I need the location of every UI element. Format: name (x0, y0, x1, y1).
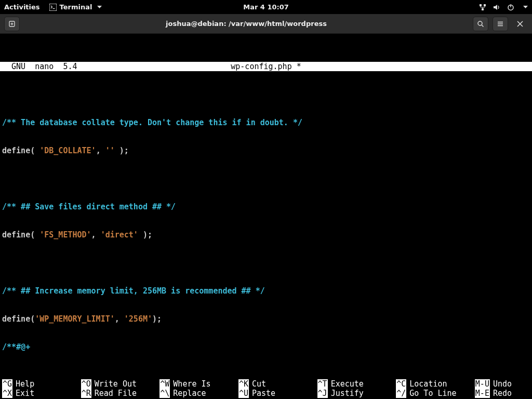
shortcut-label: Paste (252, 389, 275, 398)
svg-rect-3 (484, 4, 486, 6)
shortcut: ^UPaste (238, 389, 317, 398)
svg-rect-2 (480, 4, 482, 6)
shortcut: ^WWhere Is (159, 379, 238, 389)
new-tab-icon (8, 20, 16, 28)
shortcut-key: ^O (81, 379, 91, 389)
shortcut-key: ^C (396, 379, 406, 389)
code-line: /** ## Increase memory limit, 256MB is r… (2, 286, 530, 296)
search-button[interactable] (473, 17, 488, 31)
window-title: joshua@debian: /var/www/html/wordpress (24, 20, 469, 28)
shortcut: ^GHelp (2, 379, 81, 389)
shortcut-key: ^K (238, 379, 249, 389)
shortcut: ^CLocation (396, 379, 475, 389)
app-menu-label: Terminal (60, 3, 92, 11)
shortcut-label: Go To Line (409, 389, 456, 398)
code-line (2, 258, 530, 268)
chevron-down-icon (523, 6, 528, 9)
nano-version: GNU nano 5.4 (2, 62, 77, 71)
volume-icon (493, 4, 500, 11)
shortcut-label: Undo (493, 379, 512, 389)
code-line: define( 'FS_METHOD', 'direct' ); (2, 230, 530, 240)
shortcut-label: Redo (493, 389, 512, 398)
shortcut-label: Where Is (173, 379, 210, 389)
search-icon (477, 20, 484, 28)
svg-rect-0 (49, 4, 57, 11)
window-titlebar: joshua@debian: /var/www/html/wordpress (0, 14, 532, 34)
shortcut-key: M-U (475, 379, 490, 389)
shortcut-label: Replace (173, 389, 206, 398)
shortcut-key: ^R (81, 389, 91, 398)
shortcut-label: Cut (252, 379, 266, 389)
activities-button[interactable]: Activities (4, 3, 40, 11)
shortcut-key: ^W (159, 379, 170, 389)
nano-filename: wp-config.php * (231, 62, 301, 71)
new-tab-button[interactable] (4, 17, 20, 31)
shortcut: M-UUndo (475, 379, 530, 389)
shortcut: ^XExit (2, 389, 81, 398)
shortcut: ^RRead File (81, 389, 160, 398)
hamburger-icon (497, 20, 504, 28)
system-tray[interactable] (479, 4, 528, 11)
shortcut-key: ^J (317, 389, 328, 398)
shortcut-label: Write Out (95, 379, 137, 389)
gnome-topbar: Activities Terminal Mar 4 10:07 (0, 0, 532, 14)
shortcut-label: Exit (16, 389, 34, 398)
shortcut-key: ^X (2, 389, 12, 398)
code-line: /** The database collate type. Don't cha… (2, 118, 530, 127)
shortcut: M-ERedo (475, 389, 530, 398)
chevron-down-icon (97, 6, 102, 9)
shortcut-key: M-E (475, 389, 490, 398)
shortcut-label: Justify (331, 389, 364, 398)
network-icon (479, 4, 486, 11)
shortcut-key: ^G (2, 379, 12, 389)
menu-button[interactable] (493, 17, 508, 31)
nano-shortcuts: ^GHelp^OWrite Out^WWhere Is^KCut^TExecut… (0, 379, 532, 399)
close-icon (517, 21, 523, 27)
code-line: define('WP_MEMORY_LIMIT', '256M'); (2, 314, 530, 324)
shortcut-key: ^/ (396, 389, 406, 398)
shortcut: ^/Go To Line (396, 389, 475, 398)
close-button[interactable] (512, 17, 528, 31)
shortcut-key: ^U (238, 389, 249, 398)
terminal-icon (49, 4, 57, 11)
app-menu[interactable]: Terminal (49, 3, 102, 11)
clock[interactable]: Mar 4 10:07 (243, 3, 289, 11)
shortcut-label: Location (409, 379, 447, 389)
shortcut-label: Read File (95, 389, 137, 398)
svg-rect-4 (482, 8, 484, 10)
shortcut-key: ^\ (159, 389, 170, 398)
shortcut: ^JJustify (317, 389, 396, 398)
power-icon (507, 4, 514, 11)
terminal-viewport[interactable]: GNU nano 5.4 wp-config.php * /** The dat… (0, 34, 532, 399)
shortcut: ^\Replace (159, 389, 238, 398)
shortcut: ^KCut (238, 379, 317, 389)
nano-header: GNU nano 5.4 wp-config.php * (0, 62, 532, 71)
svg-line-11 (482, 25, 484, 27)
svg-point-10 (478, 21, 482, 25)
code-line (2, 174, 530, 183)
code-line: /** ## Save files direct method ## */ (2, 202, 530, 211)
shortcut-label: Help (16, 379, 34, 389)
code-line: /**#@+ (2, 342, 530, 352)
code-line: define( 'DB_COLLATE', '' ); (2, 146, 530, 155)
shortcut: ^TExecute (317, 379, 396, 389)
shortcut: ^OWrite Out (81, 379, 160, 389)
shortcut-label: Execute (331, 379, 364, 389)
shortcut-key: ^T (317, 379, 328, 389)
editor-area[interactable]: /** The database collate type. Don't cha… (0, 99, 532, 370)
